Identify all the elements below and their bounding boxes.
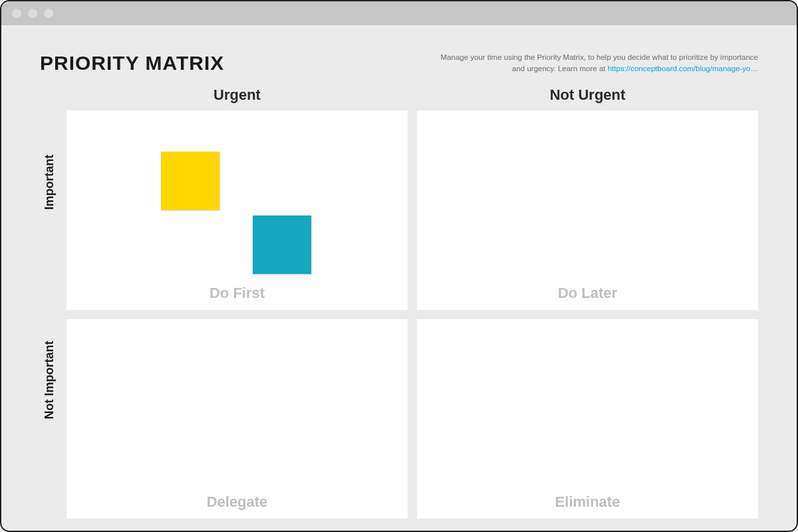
row-label-important: Important: [43, 184, 57, 210]
learn-more-link[interactable]: https://conceptboard.com/blog/manage-yo…: [608, 65, 758, 72]
column-label-urgent: Urgent: [66, 86, 408, 104]
window-dot-icon: [28, 9, 37, 18]
column-label-not-urgent: Not Urgent: [417, 86, 758, 104]
priority-matrix: Urgent Not Urgent Important Not Importan…: [40, 86, 758, 519]
row-label-not-important: Not Important: [43, 393, 57, 420]
matrix-grid: Do First Do Later Delegate Eliminate: [66, 110, 758, 519]
browser-window: PRIORITY MATRIX Manage your time using t…: [0, 0, 798, 532]
window-dot-icon: [44, 9, 53, 18]
quadrant-do-later[interactable]: Do Later: [417, 110, 758, 310]
header-row: PRIORITY MATRIX Manage your time using t…: [40, 52, 758, 74]
quadrant-caption: Delegate: [66, 493, 408, 511]
quadrant-caption: Do First: [66, 285, 408, 302]
matrix-bottom-row: Delegate Eliminate: [66, 319, 758, 519]
yellow-sticky[interactable]: [161, 152, 219, 210]
quadrant-caption: Do Later: [417, 285, 758, 302]
quadrant-do-first[interactable]: Do First: [66, 110, 408, 310]
window-dot-icon: [12, 9, 21, 18]
page-title: PRIORITY MATRIX: [40, 52, 224, 74]
canvas-content: PRIORITY MATRIX Manage your time using t…: [1, 25, 797, 531]
matrix-top-row: Do First Do Later: [66, 110, 758, 310]
title-bar: [1, 1, 797, 25]
description: Manage your time using the Priority Matr…: [439, 52, 758, 74]
quadrant-delegate[interactable]: Delegate: [66, 319, 408, 519]
quadrant-caption: Eliminate: [417, 493, 758, 511]
quadrant-eliminate[interactable]: Eliminate: [417, 319, 758, 519]
column-labels: Urgent Not Urgent: [66, 86, 758, 104]
teal-sticky[interactable]: [253, 215, 311, 274]
